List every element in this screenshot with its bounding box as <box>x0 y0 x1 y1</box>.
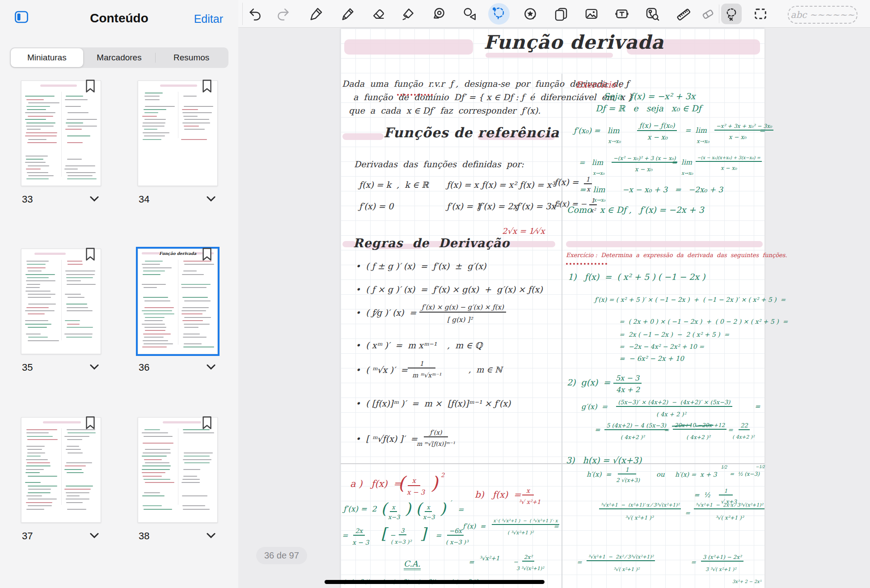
ink-line: = <box>691 559 696 565</box>
thumb-scribble <box>143 271 165 271</box>
thumb-scribble <box>183 271 197 271</box>
thumb-scribble <box>144 287 157 288</box>
ink-line: −(x − x₀)(x+x₀) + 3(x−x₀) = <box>696 156 762 162</box>
highlighter-icon <box>401 6 416 21</box>
tab-marcadores[interactable]: Marcadores <box>83 48 156 67</box>
chevron-down-icon[interactable] <box>205 192 217 205</box>
ink-line: 2 <box>441 472 444 478</box>
highlighter-tool[interactable] <box>398 4 418 24</box>
ink-line: ƒ(x) − ƒ(x₀) <box>637 123 677 131</box>
thumb-scribble <box>68 297 84 298</box>
ruler-tool[interactable] <box>674 4 693 24</box>
lasso-tool[interactable] <box>488 3 510 25</box>
sticker-tool[interactable] <box>520 4 540 24</box>
ink-line: x−3 <box>388 514 400 520</box>
thumb-scribble <box>67 178 97 179</box>
freehand-select-tool[interactable] <box>721 4 742 24</box>
red-dotted-underline <box>566 263 607 265</box>
thumb-scribble <box>145 462 169 463</box>
page-indicator: 36 de 97 <box>256 547 307 564</box>
thumbnail-page-34[interactable] <box>138 80 218 186</box>
thumbnail-page-35[interactable] <box>21 249 101 354</box>
thumb-scribble <box>182 297 208 298</box>
thumb-scribble <box>183 347 214 347</box>
mini-eraser-tool[interactable] <box>698 4 718 24</box>
ink-line: = <box>577 559 582 565</box>
thumb-scribble <box>25 274 55 275</box>
chevron-down-icon[interactable] <box>88 529 101 541</box>
ink-line: 1 <box>618 467 636 474</box>
chevron-down-icon[interactable] <box>205 529 217 541</box>
chevron-down-icon[interactable] <box>88 192 101 205</box>
thumb-scribble <box>64 489 91 490</box>
tape-tool[interactable] <box>429 4 449 24</box>
ink-line: = −2x − 4x² − 2x² + 10 = <box>619 343 704 350</box>
thumbnail-page-38[interactable] <box>138 417 218 523</box>
ink-line: 2x² <box>522 554 534 562</box>
ink-line: Como x ∈ Dƒ , ƒ′(x) = −2x + 3 <box>567 206 704 214</box>
ink-line: ( <box>381 501 387 516</box>
ink-line: Funções de referência <box>384 126 559 140</box>
chevron-down-icon[interactable] <box>205 360 217 373</box>
thumb-scribble <box>28 340 59 341</box>
thumb-scribble <box>25 472 40 473</box>
thumbnail-page-37[interactable] <box>21 417 101 523</box>
thumb-scribble <box>182 505 205 506</box>
ink-line: ) <box>431 474 438 492</box>
scribble-to-text-area[interactable]: abc ~~~~~~ <box>788 6 857 24</box>
thumb-scribble <box>142 495 165 496</box>
thumb-scribble <box>28 271 42 271</box>
thumb-highlight <box>160 85 197 87</box>
undo-tool[interactable] <box>245 4 265 24</box>
thumbnail-page-33[interactable] <box>21 80 101 186</box>
thumb-scribble <box>65 465 86 466</box>
app-window: abc ~~~~~~ Conteúdo Editar MiniaturasMar… <box>0 0 870 588</box>
chevron-down-icon[interactable] <box>88 360 101 373</box>
ink-line: ( <box>416 501 422 516</box>
ink-line: ƒ′(x) = 2x <box>478 202 518 211</box>
cards-tool[interactable] <box>551 4 571 24</box>
thumb-scribble <box>182 112 212 113</box>
ink-line: ƒ(x) = k , k ∈ ℝ <box>359 181 429 189</box>
elements-tool[interactable] <box>642 4 662 24</box>
ink-line: = ½ <box>694 492 710 499</box>
edit-button[interactable]: Editar <box>191 12 226 26</box>
ink-line: • ( ƒ⁄g )′ (x) = <box>355 309 416 317</box>
ink-line: Seja ƒ(x) = −x² + 3x <box>604 92 695 101</box>
ink-line: ³√x²+1 − 2x·x ⁄ 3³√(x²+1)² <box>694 503 764 509</box>
pencil-tool[interactable] <box>338 4 358 24</box>
thumb-scribble <box>67 439 82 440</box>
thumb-scribble <box>26 280 55 281</box>
ink-line: −(x² − x₀)² + 3 (x − x₀) <box>612 156 677 163</box>
horizontal-scrollbar[interactable] <box>325 580 545 584</box>
rect-select-tool[interactable] <box>751 4 770 24</box>
thumb-scribble <box>66 274 95 275</box>
thumb-scribble <box>68 112 89 113</box>
ink-line: 5x − 3 <box>613 375 642 384</box>
redo-tool[interactable] <box>273 4 293 24</box>
ink-line: Dƒ = ℝ e seja x₀ ∈ Dƒ <box>595 104 701 113</box>
thumb-scribble <box>28 505 52 506</box>
tab-miniaturas[interactable]: Miniaturas <box>11 48 83 67</box>
image-tool[interactable] <box>582 4 601 24</box>
pen-tool[interactable] <box>306 4 326 24</box>
tab-resumos[interactable]: Resumos <box>155 48 228 67</box>
thumb-scribble <box>182 307 209 308</box>
ink-line: x <box>425 504 432 512</box>
ink-line: x−3 <box>423 514 435 520</box>
text-tool[interactable] <box>612 4 632 24</box>
scribble-placeholder: abc ~~~~~~ <box>791 9 855 20</box>
thumbnail-page-number: 33 <box>22 194 33 205</box>
thumb-scribble <box>143 334 171 334</box>
thumb-column-line <box>61 428 62 505</box>
thumb-scribble <box>184 106 213 107</box>
thumbnail-page-36[interactable]: Função derivada <box>138 249 218 354</box>
shapes-tool[interactable] <box>460 4 479 24</box>
thumb-scribble <box>183 334 200 334</box>
ink-line: = <box>458 506 464 513</box>
ink-line: = ½ (x−3) <box>730 471 760 477</box>
eraser-tool[interactable] <box>368 4 388 24</box>
thumb-scribble <box>183 337 207 338</box>
thumb-scribble <box>142 324 165 325</box>
thumb-scribble <box>66 499 89 499</box>
